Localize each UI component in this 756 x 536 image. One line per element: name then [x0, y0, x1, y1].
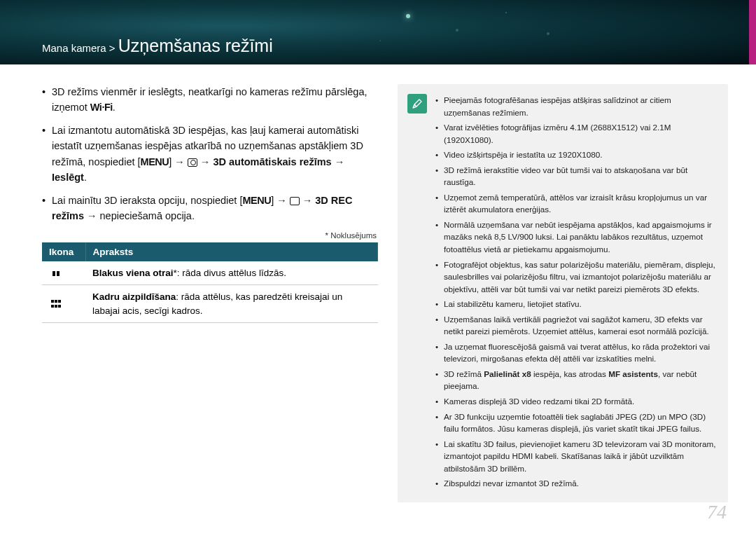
th-desc: Apraksts — [85, 242, 378, 261]
note-item: Uzņemot zemā temperatūrā, attēlos var iz… — [435, 191, 720, 216]
table-row: Blakus viena otrai*: rāda divus attēlus … — [42, 261, 378, 285]
bullet-item: Lai mainītu 3D ieraksta opciju, nospiedi… — [42, 193, 378, 224]
page-header: Mana kamera > Uzņemšanas režīmi — [0, 0, 756, 64]
breadcrumb: Mana kamera > Uzņemšanas režīmi — [42, 36, 273, 56]
text: . — [113, 102, 115, 113]
camera-icon — [290, 197, 300, 205]
text: . — [84, 172, 87, 183]
note-item: Ar 3D funkciju uzņemtie fotoattēli tiek … — [435, 411, 720, 435]
menu-key-icon: MENU — [141, 154, 169, 170]
wifi-icon: Wi·Fi — [90, 102, 113, 113]
note-item: Uzņemšanas laikā vertikāli pagriežot vai… — [435, 313, 720, 338]
text: 3D automātiskais režīms — [213, 156, 331, 167]
info-box: Pieejamās fotografēšanas iespējas atšķir… — [398, 84, 728, 502]
page-title: Uzņemšanas režīmi — [118, 36, 273, 55]
text: ] → — [169, 156, 188, 167]
text: → — [332, 156, 345, 167]
note-item: Video izšķirtspēja ir iestatīta uz 1920X… — [435, 149, 720, 161]
breadcrumb-prefix: Mana kamera > — [42, 42, 118, 54]
text: *: rāda divus attēlus līdzās. — [174, 268, 286, 278]
note-item: Lai stabilizētu kameru, lietojiet statīv… — [435, 298, 720, 310]
side-by-side-icon — [49, 266, 63, 276]
note-item: 3D režīmā ierakstītie video var būt tumš… — [435, 164, 720, 188]
notes-list: Pieejamās fotografēšanas iespējas atšķir… — [435, 94, 720, 493]
note-item: Pieejamās fotografēšanas iespējas atšķir… — [435, 94, 720, 118]
note-item: Lai skatītu 3D failus, pievienojiet kame… — [435, 438, 720, 475]
note-item: Varat izvēlēties fotogrāfijas izmēru 4.1… — [435, 121, 720, 146]
text: → — [300, 195, 316, 206]
text: Ieslēgt — [52, 172, 84, 183]
text: ] → — [271, 195, 290, 206]
note-item: 3D režīmā Palielināt x8 iespēja, kas atr… — [435, 368, 720, 392]
page-number: 74 — [707, 501, 727, 523]
note-item: Normālā uzņemšana var nebūt iespējama ap… — [435, 219, 720, 256]
text: → nepieciešamā opcija. — [84, 210, 195, 221]
text: Lai mainītu 3D ieraksta opciju, nospiedi… — [52, 195, 242, 206]
icon-cell — [42, 285, 85, 323]
text: Kadru aizpildīšana — [92, 291, 176, 302]
bullet-item: Lai izmantotu automātiskā 3D iespējas, k… — [42, 123, 378, 186]
table-row: Kadru aizpildīšana: rāda attēlus, kas pa… — [42, 285, 378, 323]
text: Blakus viena otrai — [92, 268, 174, 278]
camera-shoot-icon — [188, 158, 197, 167]
desc-cell: Kadru aizpildīšana: rāda attēlus, kas pa… — [85, 285, 378, 323]
left-column: 3D režīms vienmēr ir ieslēgts, neatkarīg… — [42, 84, 378, 502]
icon-table: Ikona Apraksts Blakus viena otrai*: rāda… — [42, 242, 378, 324]
note-item: Zibspuldzi nevar izmantot 3D režīmā. — [435, 477, 720, 490]
icon-cell — [42, 261, 85, 285]
note-item: Fotografējot objektus, kas satur polariz… — [435, 259, 720, 296]
magenta-tab — [749, 0, 756, 64]
bullet-item: 3D režīms vienmēr ir ieslēgts, neatkarīg… — [42, 84, 378, 116]
right-column: Pieejamās fotografēšanas iespējas atšķir… — [398, 84, 728, 502]
th-icon: Ikona — [42, 242, 85, 261]
default-note: * Noklusējums — [42, 231, 377, 240]
pen-icon — [407, 94, 427, 114]
main-bullets: 3D režīms vienmēr ir ieslēgts, neatkarīg… — [42, 84, 378, 224]
text: → — [197, 156, 214, 167]
note-item: Ja uzņemat fluorescējošā gaismā vai tver… — [435, 341, 720, 365]
content-area: 3D režīms vienmēr ir ieslēgts, neatkarīg… — [0, 64, 756, 502]
frame-packing-icon — [49, 297, 63, 307]
desc-cell: Blakus viena otrai*: rāda divus attēlus … — [85, 261, 378, 285]
note-item: Kameras displejā 3D video redzami tikai … — [435, 395, 720, 408]
menu-key-icon: MENU — [242, 193, 271, 208]
